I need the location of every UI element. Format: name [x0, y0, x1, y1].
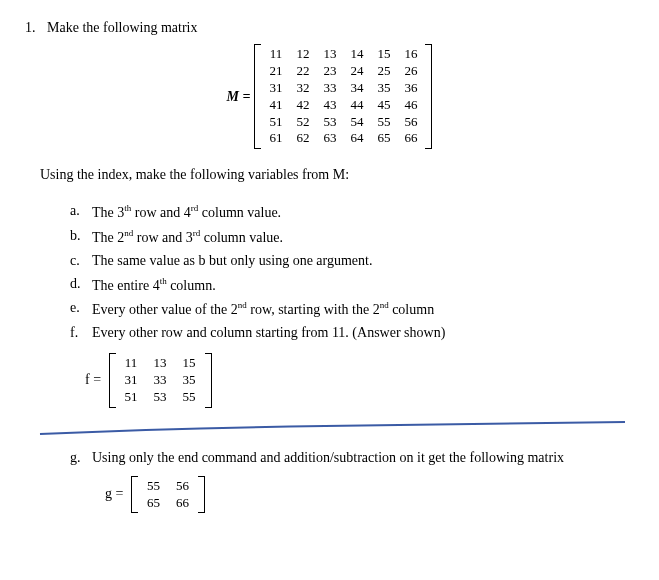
sub-text-b: The 2nd row and 3rd column value. — [92, 228, 634, 246]
sub-item-g: g. Using only the end command and additi… — [70, 450, 634, 466]
matrix-cell: 23 — [316, 63, 343, 80]
matrix-cell: 13 — [146, 355, 175, 372]
sub-items-g: g. Using only the end command and additi… — [70, 450, 634, 466]
sub-text-a: The 3th row and 4rd column value. — [92, 203, 634, 221]
question-line: 1. Make the following matrix — [25, 20, 634, 36]
sub-letter-c: c. — [70, 253, 92, 269]
matrix-cell: 63 — [316, 130, 343, 147]
matrix-cell: 33 — [316, 80, 343, 97]
matrix-cell: 25 — [370, 63, 397, 80]
matrix-cell: 13 — [316, 46, 343, 63]
matrix-cell: 24 — [343, 63, 370, 80]
matrix-cell: 21 — [262, 63, 289, 80]
matrix-cell: 26 — [397, 63, 424, 80]
matrix-cell: 12 — [289, 46, 316, 63]
sub-item-b: b. The 2nd row and 3rd column value. — [70, 228, 634, 246]
matrix-cell: 43 — [316, 97, 343, 114]
sub-items: a. The 3th row and 4rd column value. b. … — [70, 203, 634, 341]
matrix-M: 1112131415162122232425263132333435364142… — [254, 44, 432, 149]
matrix-cell: 53 — [146, 389, 175, 406]
divider-line — [25, 420, 634, 438]
matrix-cell: 64 — [343, 130, 370, 147]
matrix-cell: 42 — [289, 97, 316, 114]
matrix-cell: 15 — [175, 355, 204, 372]
matrix-cell: 61 — [262, 130, 289, 147]
intro-text: Using the index, make the following vari… — [40, 167, 634, 183]
matrix-cell: 55 — [139, 478, 168, 495]
matrix-cell: 65 — [370, 130, 397, 147]
matrix-cell: 65 — [139, 495, 168, 512]
matrix-cell: 53 — [316, 114, 343, 131]
sub-letter-f: f. — [70, 325, 92, 341]
matrix-cell: 55 — [175, 389, 204, 406]
matrix-cell: 22 — [289, 63, 316, 80]
matrix-cell: 33 — [146, 372, 175, 389]
matrix-cell: 45 — [370, 97, 397, 114]
matrix-cell: 35 — [175, 372, 204, 389]
matrix-f: 111315313335515355 — [109, 353, 212, 408]
matrix-cell: 15 — [370, 46, 397, 63]
matrix-g-label: g = — [105, 486, 123, 501]
sub-text-g: Using only the end command and addition/… — [92, 450, 634, 466]
matrix-cell: 56 — [168, 478, 197, 495]
sub-text-d: The entire 4th column. — [92, 276, 634, 294]
matrix-cell: 14 — [343, 46, 370, 63]
matrix-cell: 55 — [370, 114, 397, 131]
sub-text-e: Every other value of the 2nd row, starti… — [92, 300, 634, 318]
sub-letter-d: d. — [70, 276, 92, 294]
matrix-cell: 62 — [289, 130, 316, 147]
matrix-cell: 44 — [343, 97, 370, 114]
sub-item-a: a. The 3th row and 4rd column value. — [70, 203, 634, 221]
matrix-cell: 31 — [117, 372, 146, 389]
matrix-g: 55566566 — [131, 476, 205, 514]
matrix-cell: 34 — [343, 80, 370, 97]
matrix-cell: 56 — [397, 114, 424, 131]
sub-letter-a: a. — [70, 203, 92, 221]
matrix-cell: 16 — [397, 46, 424, 63]
matrix-cell: 46 — [397, 97, 424, 114]
matrix-cell: 66 — [397, 130, 424, 147]
matrix-cell: 41 — [262, 97, 289, 114]
matrix-M-label: M = — [227, 89, 251, 105]
matrix-f-container: f = 111315313335515355 — [85, 353, 634, 408]
matrix-M-container: M = 111213141516212223242526313233343536… — [25, 44, 634, 149]
question-text: Make the following matrix — [47, 20, 197, 35]
matrix-cell: 36 — [397, 80, 424, 97]
matrix-g-container: g = 55566566 — [105, 476, 634, 514]
question-number: 1. — [25, 20, 36, 35]
matrix-cell: 54 — [343, 114, 370, 131]
matrix-cell: 51 — [117, 389, 146, 406]
sub-letter-g: g. — [70, 450, 92, 466]
sub-letter-e: e. — [70, 300, 92, 318]
sub-text-f: Every other row and column starting from… — [92, 325, 634, 341]
matrix-cell: 11 — [117, 355, 146, 372]
sub-letter-b: b. — [70, 228, 92, 246]
sub-item-e: e. Every other value of the 2nd row, sta… — [70, 300, 634, 318]
matrix-cell: 51 — [262, 114, 289, 131]
matrix-f-label: f = — [85, 372, 101, 387]
sub-item-d: d. The entire 4th column. — [70, 276, 634, 294]
matrix-cell: 35 — [370, 80, 397, 97]
matrix-cell: 66 — [168, 495, 197, 512]
matrix-cell: 32 — [289, 80, 316, 97]
sub-text-c: The same value as b but only using one a… — [92, 253, 634, 269]
sub-item-f: f. Every other row and column starting f… — [70, 325, 634, 341]
sub-item-c: c. The same value as b but only using on… — [70, 253, 634, 269]
matrix-cell: 11 — [262, 46, 289, 63]
matrix-cell: 52 — [289, 114, 316, 131]
matrix-cell: 31 — [262, 80, 289, 97]
